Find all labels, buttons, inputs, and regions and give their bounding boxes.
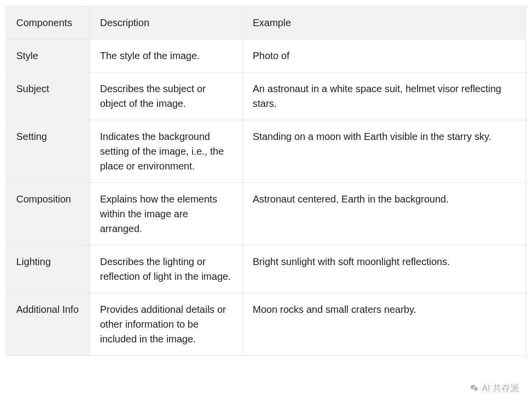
cell-component: Composition — [6, 183, 90, 245]
table-row: Style The style of the image. Photo of — [6, 39, 526, 72]
watermark-text: AI 共存派 — [482, 382, 519, 394]
watermark: AI 共存派 — [470, 382, 519, 394]
table-row: Composition Explains how the elements wi… — [6, 183, 526, 245]
table-header-row: Components Description Example — [6, 6, 526, 39]
cell-description: Indicates the background setting of the … — [90, 120, 243, 183]
header-example: Example — [243, 6, 526, 39]
table-row: Lighting Describes the lighting or refle… — [6, 245, 526, 293]
table-row: Setting Indicates the background setting… — [6, 120, 526, 183]
table-row: Additional Info Provides additional deta… — [6, 293, 526, 356]
cell-component: Setting — [6, 120, 90, 183]
components-table: Components Description Example Style The… — [6, 6, 526, 356]
header-components: Components — [6, 6, 90, 39]
cell-description: Explains how the elements within the ima… — [90, 183, 243, 245]
cell-component: Style — [6, 39, 90, 72]
cell-description: Describes the subject or object of the i… — [90, 72, 243, 120]
cell-component: Subject — [6, 72, 90, 120]
cell-description: The style of the image. — [90, 39, 243, 72]
cell-example: Photo of — [243, 39, 526, 72]
cell-component: Lighting — [6, 245, 90, 293]
cell-description: Describes the lighting or reflection of … — [90, 245, 243, 293]
cell-example: Astronaut centered, Earth in the backgro… — [243, 183, 526, 245]
cell-component: Additional Info — [6, 293, 90, 356]
cell-example: Moon rocks and small craters nearby. — [243, 293, 526, 356]
cell-example: An astronaut in a white space suit, helm… — [243, 72, 526, 120]
cell-description: Provides additional details or other inf… — [90, 293, 243, 356]
table-row: Subject Describes the subject or object … — [6, 72, 526, 120]
cell-example: Bright sunlight with soft moonlight refl… — [243, 245, 526, 293]
cell-example: Standing on a moon with Earth visible in… — [243, 120, 526, 183]
header-description: Description — [90, 6, 243, 39]
wechat-icon — [470, 384, 479, 393]
